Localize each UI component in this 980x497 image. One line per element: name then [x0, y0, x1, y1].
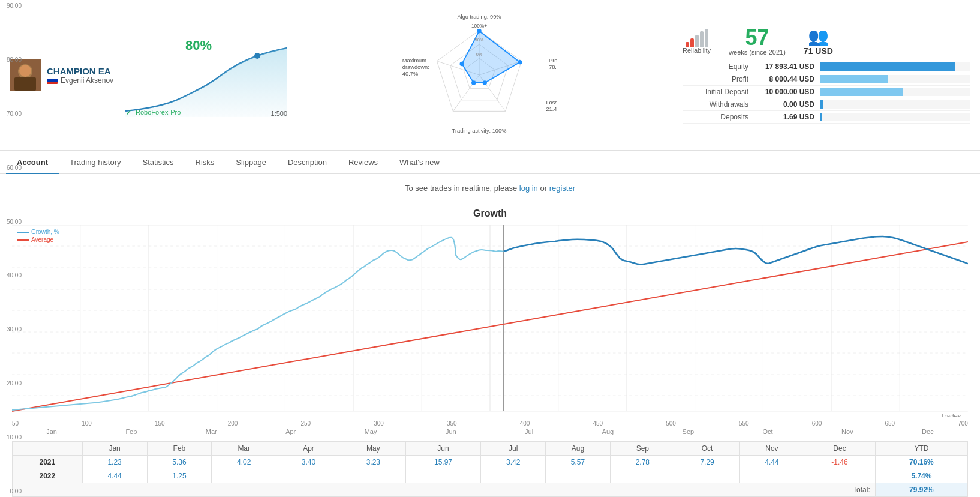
- login-link[interactable]: log in: [519, 184, 538, 193]
- svg-point-17: [482, 80, 486, 85]
- monthly-returns-table: Jan Feb Mar Apr May Jun Jul Aug Sep Oct …: [12, 441, 968, 497]
- 2022-may: [341, 469, 405, 483]
- reliability-bars: [686, 29, 708, 47]
- cost-block: 👥 71 USD: [804, 26, 833, 56]
- total-label: Total:: [13, 483, 876, 497]
- page-header: CHAMPION EA Evgenii Aksenov 80% ✓ RoboFo…: [0, 0, 980, 151]
- bar-3: [695, 35, 699, 47]
- algo-trading-label: Algo trading: 99%: [457, 14, 501, 20]
- metrics-table: Equity 17 893.41 USD Profit 8 000.44 USD…: [683, 61, 970, 124]
- profit-trades-label: Profit Trades:: [549, 58, 557, 64]
- col-ytd: YTD: [875, 442, 967, 456]
- year-2022: 2022: [13, 469, 83, 483]
- initial-deposit-row: Initial Deposit 10 000.00 USD: [683, 86, 970, 98]
- col-jan: Jan: [82, 442, 147, 456]
- withdrawals-bar-wrap: [820, 100, 970, 109]
- x-axis-numbers: 50 100 150 200 250 300 350 400 450 500 5…: [12, 419, 968, 427]
- reliability-label: Reliability: [683, 47, 711, 54]
- 2022-sep: [610, 469, 675, 483]
- row-2022: 2022 4.44 1.25 5.74%: [13, 469, 968, 483]
- 2021-may: 3.23: [341, 456, 405, 469]
- equity-value: 17 893.41 USD: [754, 62, 820, 71]
- svg-text:100%+: 100%+: [471, 23, 486, 29]
- loss-trades-label: Loss Trades:: [546, 100, 557, 106]
- withdrawals-label: Withdrawals: [683, 100, 754, 109]
- notice-text-before: To see trades in realtime, please: [405, 184, 519, 193]
- svg-text:78.6%: 78.6%: [549, 64, 557, 70]
- col-year: [13, 442, 83, 456]
- tab-reviews[interactable]: Reviews: [338, 152, 389, 174]
- equity-row: Equity 17 893.41 USD: [683, 61, 970, 73]
- 2021-ytd: 70.16%: [875, 456, 967, 469]
- tab-risks[interactable]: Risks: [185, 152, 226, 174]
- 2021-sep: 2.78: [610, 456, 675, 469]
- col-aug: Aug: [546, 442, 611, 456]
- col-apr: Apr: [276, 442, 341, 456]
- 2021-nov: 4.44: [739, 456, 804, 469]
- mini-chart: 80% ✓ RoboForex-Pro 1:500: [125, 33, 287, 117]
- svg-point-15: [477, 29, 481, 33]
- realtime-notice: To see trades in realtime, please log in…: [0, 174, 980, 202]
- svg-text:50%: 50%: [474, 37, 483, 43]
- profit-bar-wrap: [820, 75, 970, 83]
- tab-trading-history[interactable]: Trading history: [59, 152, 132, 174]
- bar-5: [705, 29, 708, 47]
- deposits-label: Deposits: [683, 113, 754, 121]
- average-legend-label: Average: [31, 236, 53, 243]
- user-info: CHAMPION EA Evgenii Aksenov: [47, 66, 113, 85]
- 2022-feb: 1.25: [147, 469, 212, 483]
- withdrawals-bar: [820, 100, 823, 109]
- total-value: 79.92%: [875, 483, 967, 497]
- deposits-row: Deposits 1.69 USD: [683, 111, 970, 124]
- 2021-jan: 1.23: [82, 456, 147, 469]
- profit-label: Profit: [683, 75, 754, 83]
- 2022-jan: 4.44: [82, 469, 147, 483]
- 2022-mar: [212, 469, 276, 483]
- row-2021: 2021 1.23 5.36 4.02 3.40 3.23 15.97 3.42…: [13, 456, 968, 469]
- col-feb: Feb: [147, 442, 212, 456]
- tab-whats-new[interactable]: What's new: [389, 152, 450, 174]
- svg-text:40.7%: 40.7%: [402, 71, 417, 77]
- initial-deposit-value: 10 000.00 USD: [754, 88, 820, 96]
- col-sep: Sep: [610, 442, 675, 456]
- chart-area: Growth, % Average: [12, 225, 968, 435]
- withdrawals-value: 0.00 USD: [754, 100, 820, 109]
- growth-legend-label: Growth, %: [31, 229, 59, 235]
- trading-activity-label: Trading activity: 100%: [452, 128, 506, 134]
- 2021-jun: 15.97: [405, 456, 481, 469]
- 2022-jun: [405, 469, 481, 483]
- bar-1: [686, 42, 689, 47]
- growth-chart-svg: Trades: [12, 225, 968, 417]
- user-name: CHAMPION EA: [47, 66, 113, 76]
- 2021-feb: 5.36: [147, 456, 212, 469]
- chart-title: Growth: [12, 202, 968, 225]
- col-jul: Jul: [481, 442, 546, 456]
- 2022-oct: [675, 469, 739, 483]
- equity-bar-wrap: [820, 62, 970, 71]
- svg-text:21.4%: 21.4%: [546, 106, 557, 112]
- 2022-ytd: 5.74%: [875, 469, 967, 483]
- svg-point-18: [471, 80, 476, 85]
- 2021-apr: 3.40: [276, 456, 341, 469]
- stats-top-row: Reliability 57 weeks (since 2021) 👥 71 U…: [683, 26, 970, 61]
- deposits-value: 1.69 USD: [754, 113, 820, 121]
- 2022-apr: [276, 469, 341, 483]
- weeks-block: 57 weeks (since 2021): [729, 27, 786, 56]
- broker-label: RoboForex-Pro: [136, 109, 181, 116]
- tab-slippage[interactable]: Slippage: [225, 152, 277, 174]
- tab-description[interactable]: Description: [277, 152, 338, 174]
- col-dec: Dec: [804, 442, 875, 456]
- svg-point-5: [254, 53, 260, 59]
- tab-statistics[interactable]: Statistics: [132, 152, 185, 174]
- total-row: Total: 79.92%: [13, 483, 968, 497]
- profit-value: 8 000.44 USD: [754, 75, 820, 83]
- svg-point-19: [459, 62, 464, 66]
- max-drawdown-label: Maximum: [402, 58, 426, 64]
- reliability-block: Reliability: [683, 29, 711, 54]
- 2021-aug: 5.57: [546, 456, 611, 469]
- register-link[interactable]: register: [549, 184, 575, 193]
- deposits-bar: [820, 113, 822, 121]
- leverage-label: 1:500: [271, 110, 288, 117]
- x-axis-months: Jan Feb Mar Apr May Jun Jul Aug Sep Oct …: [12, 427, 968, 435]
- tab-bar: Account Trading history Statistics Risks…: [0, 152, 980, 174]
